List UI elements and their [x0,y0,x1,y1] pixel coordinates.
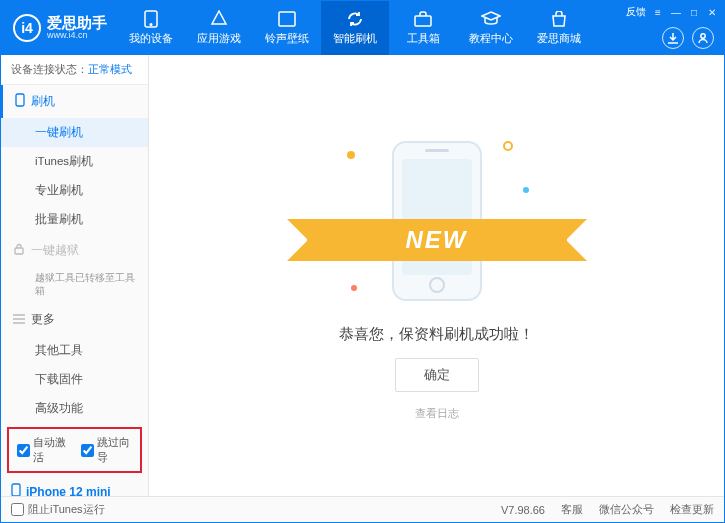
sidebar-item-itunes-flash[interactable]: iTunes刷机 [1,147,148,176]
sidebar-item-oneclick-flash[interactable]: 一键刷机 [1,118,148,147]
brand-title: 爱思助手 [47,15,107,32]
success-illustration: NEW [337,131,537,311]
checkbox-skip-guide[interactable]: 跳过向导 [81,435,133,465]
feedback-link[interactable]: 反馈 [626,5,646,19]
nav-label: 教程中心 [469,31,513,46]
checkbox-auto-activate[interactable]: 自动激活 [17,435,69,465]
success-message: 恭喜您，保资料刷机成功啦！ [339,325,534,344]
section-head-flash[interactable]: 刷机 [1,85,148,118]
svg-point-4 [701,34,705,38]
view-log-link[interactable]: 查看日志 [415,406,459,421]
sidebar-item-advanced[interactable]: 高级功能 [1,394,148,423]
nav-label: 应用游戏 [197,31,241,46]
nav-store[interactable]: 爱思商城 [525,1,593,55]
connection-status: 设备连接状态：正常模式 [1,55,148,85]
nav-label: 爱思商城 [537,31,581,46]
checkbox-label: 自动激活 [33,435,69,465]
section-title: 刷机 [31,93,55,110]
section-jailbreak: 一键越狱 越狱工具已转移至工具箱 [1,234,148,303]
ok-button[interactable]: 确定 [395,358,479,392]
download-button[interactable] [662,27,684,49]
nav-tutorial[interactable]: 教程中心 [457,1,525,55]
maximize-icon[interactable]: □ [688,6,700,18]
svg-rect-7 [12,484,20,496]
new-ribbon: NEW [307,219,567,261]
brand: i4 爱思助手 www.i4.cn [1,14,117,42]
brand-subtitle: www.i4.cn [47,31,107,41]
phone-icon [11,483,21,496]
nav-apps[interactable]: 应用游戏 [185,1,253,55]
sidebar-item-download-firmware[interactable]: 下载固件 [1,365,148,394]
lock-icon [13,243,25,258]
section-head-jailbreak[interactable]: 一键越狱 [1,234,148,267]
body: 设备连接状态：正常模式 刷机 一键刷机 iTunes刷机 专业刷机 批量刷机 一… [1,55,724,496]
checkbox-row: 自动激活 跳过向导 [7,427,142,473]
app-window: i4 爱思助手 www.i4.cn 我的设备 应用游戏 铃声壁纸 智能刷机 [0,0,725,523]
version-label: V7.98.66 [501,504,545,516]
svg-rect-6 [15,248,23,254]
section-title: 更多 [31,311,55,328]
sidebar-item-batch-flash[interactable]: 批量刷机 [1,205,148,234]
wallpaper-icon [277,10,297,28]
footer: 阻止iTunes运行 V7.98.66 客服 微信公众号 检查更新 [1,496,724,522]
section-title: 一键越狱 [31,242,79,259]
sidebar-item-pro-flash[interactable]: 专业刷机 [1,176,148,205]
list-icon [13,313,25,327]
top-nav: 我的设备 应用游戏 铃声壁纸 智能刷机 工具箱 教程中心 [117,1,593,55]
phone-icon [15,93,25,110]
nav-label: 工具箱 [407,31,440,46]
brand-logo: i4 [13,14,41,42]
store-icon [549,10,569,28]
status-label: 设备连接状态： [11,63,88,75]
sidebar-item-other-tools[interactable]: 其他工具 [1,336,148,365]
device-name: iPhone 12 mini [26,485,111,497]
user-button[interactable] [692,27,714,49]
minimize-icon[interactable]: — [670,6,682,18]
service-link[interactable]: 客服 [561,502,583,517]
nav-label: 铃声壁纸 [265,31,309,46]
svg-point-1 [150,24,152,26]
phone-icon [141,10,161,28]
main-content: NEW 恭喜您，保资料刷机成功啦！ 确定 查看日志 [149,55,724,496]
nav-toolbox[interactable]: 工具箱 [389,1,457,55]
section-flash: 刷机 一键刷机 iTunes刷机 专业刷机 批量刷机 [1,85,148,234]
update-link[interactable]: 检查更新 [670,502,714,517]
header-right-buttons [662,27,714,49]
menu-icon[interactable]: ≡ [652,6,664,18]
sidebar: 设备连接状态：正常模式 刷机 一键刷机 iTunes刷机 专业刷机 批量刷机 一… [1,55,149,496]
jailbreak-note: 越狱工具已转移至工具箱 [35,271,138,297]
svg-rect-3 [415,16,431,26]
wechat-link[interactable]: 微信公众号 [599,502,654,517]
nav-ringtone[interactable]: 铃声壁纸 [253,1,321,55]
nav-label: 智能刷机 [333,31,377,46]
toolbox-icon [413,10,433,28]
svg-rect-5 [16,94,24,106]
nav-flash[interactable]: 智能刷机 [321,1,389,55]
status-value: 正常模式 [88,63,132,75]
device-info[interactable]: iPhone 12 mini 64GB Down-12mini-13,1 [1,477,148,496]
refresh-icon [345,10,365,28]
close-icon[interactable]: ✕ [706,6,718,18]
checkbox-label: 跳过向导 [97,435,133,465]
section-head-more[interactable]: 更多 [1,303,148,336]
header: i4 爱思助手 www.i4.cn 我的设备 应用游戏 铃声壁纸 智能刷机 [1,1,724,55]
graduation-icon [481,10,501,28]
nav-my-device[interactable]: 我的设备 [117,1,185,55]
window-controls: 反馈 ≡ — □ ✕ [626,5,718,19]
checkbox-label: 阻止iTunes运行 [28,502,105,517]
svg-rect-2 [279,12,295,26]
apps-icon [209,10,229,28]
section-more: 更多 其他工具 下载固件 高级功能 [1,303,148,423]
nav-label: 我的设备 [129,31,173,46]
checkbox-block-itunes[interactable]: 阻止iTunes运行 [11,502,105,517]
